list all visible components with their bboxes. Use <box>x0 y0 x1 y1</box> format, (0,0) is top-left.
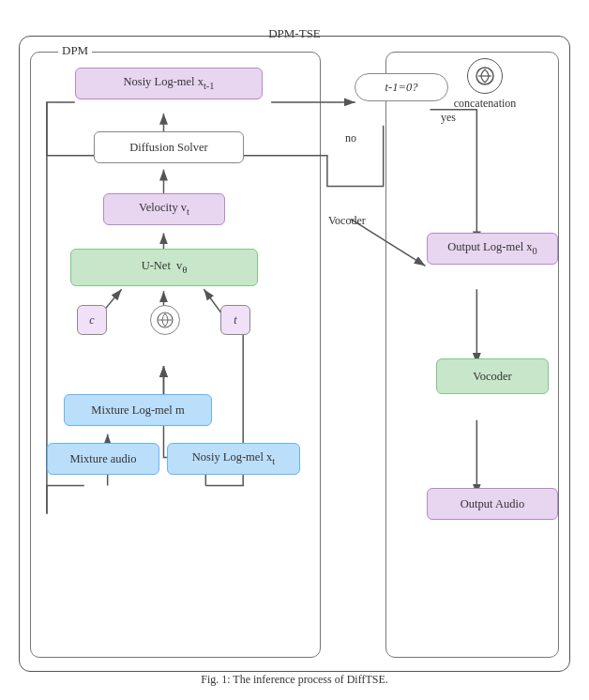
diffusion-solver-node: Diffusion Solver <box>94 131 244 163</box>
mixture-audio-label: Mixture audio <box>69 451 136 466</box>
diffusion-solver-label: Diffusion Solver <box>129 140 207 155</box>
yes-label: yes <box>441 111 456 125</box>
diagram-wrapper: DPM-TSE DPM concatenation <box>19 9 570 691</box>
no-label: no <box>345 131 356 145</box>
condition-check-label: t-1=0? <box>385 80 418 95</box>
concatenation-icon <box>467 58 503 94</box>
unet-label: U-Net vθ <box>142 258 188 276</box>
dpm-label: DPM <box>58 43 92 58</box>
output-logmel-label: Output Log-mel x0 <box>447 239 536 257</box>
c-label: c <box>89 313 94 327</box>
output-audio-label: Output Audio <box>461 496 524 511</box>
output-audio-node: Output Audio <box>427 488 558 520</box>
concatenation-label: concatenation <box>451 97 519 111</box>
right-panel <box>385 52 559 658</box>
mixture-audio-node: Mixture audio <box>47 443 159 475</box>
vocoder-label: Vocoder <box>473 369 511 384</box>
noisy-logmel-top-node: Nosiy Log-mel xt-1 <box>75 68 263 99</box>
vocoder-node: Vocoder <box>436 358 549 394</box>
velocity-label: Velocity vt <box>139 200 189 218</box>
noisy-logmel-bottom-node: Nosiy Log-mel xt <box>167 443 300 475</box>
velocity-node: Velocity vt <box>103 193 225 225</box>
t-node: t <box>220 305 250 335</box>
t-label: t <box>234 313 236 327</box>
c-node: c <box>77 305 107 335</box>
vocoder-inline-label: Vocoder <box>328 214 366 228</box>
output-logmel-node: Output Log-mel x0 <box>427 233 558 265</box>
caption: Fig. 1: The inference process of DiffTSE… <box>19 673 570 687</box>
mixture-logmel-label: Mixture Log-mel m <box>91 403 184 418</box>
noisy-logmel-bottom-label: Nosiy Log-mel xt <box>192 449 275 467</box>
unet-node: U-Net vθ <box>70 249 258 286</box>
noisy-logmel-top-label: Nosiy Log-mel xt-1 <box>124 74 215 92</box>
concat-middle-node <box>150 305 180 335</box>
condition-check-node: t-1=0? <box>355 73 448 101</box>
mixture-logmel-node: Mixture Log-mel m <box>64 394 212 426</box>
